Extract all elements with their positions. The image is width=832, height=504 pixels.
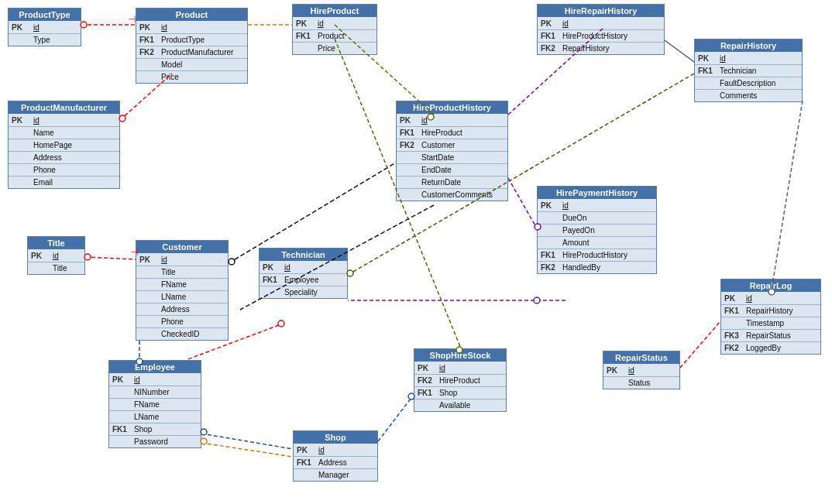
- rel-employee-shop: [201, 434, 293, 449]
- table-title-hirepaymenthistory: HirePaymentHistory: [538, 187, 656, 199]
- table-title-product: Product: [136, 9, 247, 21]
- table-title-productmanufacturer: ProductManufacturer: [9, 101, 119, 114]
- svg-point-9: [229, 259, 235, 265]
- table-hirerepairhistory: HireRepairHistory PKid FK1HireProductHis…: [537, 4, 665, 55]
- rel-repairstatus-repairlog: [680, 321, 720, 368]
- rel-hirerepairhistory-repairhistory: [665, 40, 694, 62]
- table-title-hireproducthistory: HireProductHistory: [397, 101, 507, 114]
- table-hirepaymenthistory: HirePaymentHistory PKid DueOn PayedOn Am…: [537, 186, 657, 274]
- svg-point-11: [347, 270, 353, 276]
- svg-point-7: [84, 254, 91, 260]
- table-title-shop: Shop: [294, 431, 377, 444]
- svg-point-13: [201, 429, 207, 435]
- svg-point-18: [534, 297, 540, 303]
- rel-title-customer: [85, 257, 136, 259]
- table-title: Title PKid Title: [27, 236, 85, 275]
- table-shophirestock: ShopHireStock PKid FK2HireProduct FK1Sho…: [414, 348, 507, 412]
- table-title-producttype: ProductType: [9, 9, 81, 21]
- svg-text:⊣: ⊣: [128, 14, 136, 25]
- table-productmanufacturer: ProductManufacturer PKid Name HomePage A…: [8, 101, 120, 189]
- svg-point-14: [201, 438, 207, 444]
- rel-shop-shophirestock: [378, 395, 414, 441]
- table-title-repairhistory: RepairHistory: [695, 39, 802, 52]
- table-hireproducthistory: HireProductHistory PKid FK1HireProduct F…: [396, 101, 508, 201]
- table-title-repairlog: RepairLog: [721, 279, 820, 292]
- svg-point-3: [81, 22, 87, 28]
- table-title-shophirestock: ShopHireStock: [414, 349, 506, 362]
- rel-hph-hirepaymenthistory: [508, 178, 537, 228]
- table-shop: Shop PKid FK1Address Manager: [293, 430, 378, 482]
- svg-point-5: [119, 115, 125, 122]
- rel-employee-shop-2: [201, 443, 293, 457]
- table-title-hireproduct: HireProduct: [293, 5, 376, 17]
- rel-repairhistory-repairlog: [771, 101, 803, 294]
- table-title-repairstatus: RepairStatus: [603, 351, 679, 364]
- table-title-employee: Employee: [109, 361, 201, 373]
- table-title-title: Title: [28, 237, 84, 249]
- svg-point-12: [278, 321, 284, 327]
- table-employee: Employee PKid NINumber FName LName FK1Sh…: [108, 360, 201, 448]
- table-repairhistory: RepairHistory PKid FK1Technician FaultDe…: [694, 39, 803, 102]
- table-title-hirerepairhistory: HireRepairHistory: [538, 5, 664, 17]
- table-title-technician: Technician: [260, 249, 347, 261]
- table-hireproduct: HireProduct PKid FK1Product Price: [292, 4, 377, 55]
- table-producttype: ProductType PKid Type: [8, 8, 81, 46]
- table-title-customer: Customer: [136, 241, 228, 253]
- table-customer: Customer PKid Title FName LName Address …: [136, 240, 229, 341]
- table-repairlog: RepairLog PKid FK1RepairHistory Timestam…: [720, 279, 821, 355]
- table-product: Product PKid FK1ProductType FK2ProductMa…: [136, 8, 248, 84]
- table-repairstatus: RepairStatus PKid Status: [603, 351, 680, 389]
- table-technician: Technician PKid FK1Employee Speciality: [259, 248, 348, 299]
- er-diagram: ProductType PKid Type Product PKid FK1Pr…: [0, 0, 832, 504]
